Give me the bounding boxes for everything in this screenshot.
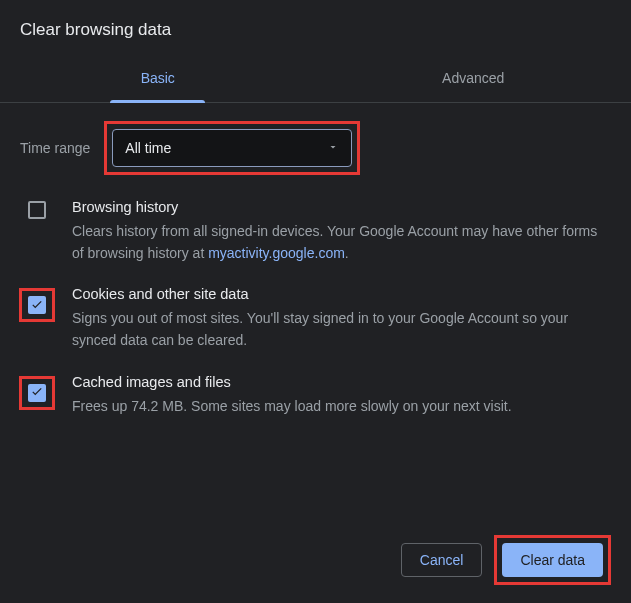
chevron-down-icon bbox=[327, 140, 339, 156]
highlight-time-range: All time bbox=[104, 121, 360, 175]
check-icon bbox=[30, 384, 44, 401]
tabs: Basic Advanced bbox=[0, 56, 631, 103]
clear-browsing-data-dialog: Clear browsing data Basic Advanced Time … bbox=[0, 0, 631, 417]
time-range-value: All time bbox=[125, 140, 171, 156]
option-browsing-history: Browsing history Clears history from all… bbox=[20, 199, 611, 264]
checkbox-cookies[interactable] bbox=[28, 296, 46, 314]
dialog-title: Clear browsing data bbox=[0, 0, 631, 54]
cancel-button[interactable]: Cancel bbox=[401, 543, 483, 577]
option-cache: Cached images and files Frees up 74.2 MB… bbox=[20, 374, 611, 418]
highlight-clear-button: Clear data bbox=[494, 535, 611, 585]
time-range-label: Time range bbox=[20, 140, 90, 156]
checkbox-cache[interactable] bbox=[28, 384, 46, 402]
option-title: Cached images and files bbox=[72, 374, 607, 390]
myactivity-link[interactable]: myactivity.google.com bbox=[208, 245, 345, 261]
option-title: Cookies and other site data bbox=[72, 286, 607, 302]
option-desc: Frees up 74.2 MB. Some sites may load mo… bbox=[72, 396, 607, 418]
highlight-cookies-checkbox bbox=[19, 288, 55, 322]
time-range-select[interactable]: All time bbox=[112, 129, 352, 167]
option-desc: Signs you out of most sites. You'll stay… bbox=[72, 308, 607, 351]
highlight-cache-checkbox bbox=[19, 376, 55, 410]
tab-advanced[interactable]: Advanced bbox=[316, 56, 632, 102]
option-desc: Clears history from all signed-in device… bbox=[72, 221, 607, 264]
clear-data-button[interactable]: Clear data bbox=[502, 543, 603, 577]
check-icon bbox=[30, 297, 44, 314]
dialog-footer: Cancel Clear data bbox=[401, 535, 611, 585]
tab-basic[interactable]: Basic bbox=[0, 56, 316, 102]
option-cookies: Cookies and other site data Signs you ou… bbox=[20, 286, 611, 351]
checkbox-browsing-history[interactable] bbox=[28, 201, 46, 219]
option-title: Browsing history bbox=[72, 199, 607, 215]
